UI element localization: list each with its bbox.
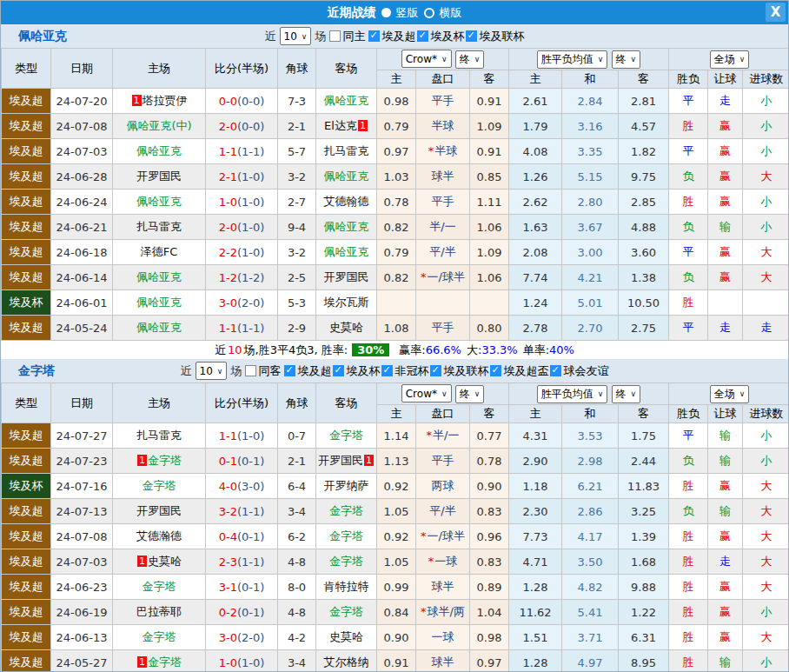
checkbox-icon[interactable]: [381, 365, 393, 376]
checkbox-icon[interactable]: [368, 30, 380, 42]
mean-home-cell: 1.79: [509, 114, 562, 139]
horizontal-layout-radio[interactable]: [424, 8, 434, 18]
sub-handicap: 盘口: [416, 70, 470, 89]
vertical-layout-label[interactable]: 竖版: [396, 5, 419, 21]
odds-away-cell: 0.97: [470, 650, 509, 672]
fulltime-score: 1-1: [219, 429, 237, 442]
score-cell: 0-2(0-1): [206, 600, 278, 625]
result-wdl-cell: 负: [669, 164, 708, 190]
odds-away-cell: 0.90: [470, 474, 509, 499]
star-mark: *: [421, 605, 427, 618]
away-team-cell: 史莫哈: [316, 625, 377, 650]
halftime-score: (1-2): [237, 271, 264, 284]
checkbox-icon[interactable]: [550, 365, 561, 376]
result-wdl-cell: 胜: [669, 524, 708, 549]
handicap-cell: *球半/两: [416, 600, 470, 625]
horizontal-layout-label[interactable]: 横版: [440, 5, 462, 21]
mean-select[interactable]: 胜平负均值∨: [537, 50, 608, 69]
rank-badge: 1: [358, 120, 368, 131]
odds-provider-select[interactable]: Crow*∨: [401, 50, 452, 68]
close-icon[interactable]: X: [766, 3, 786, 22]
home-team-cell: 巴拉蒂耶: [113, 600, 206, 625]
checkbox-icon[interactable]: [333, 365, 344, 376]
handicap-text: 平手: [432, 195, 454, 208]
games-count-select[interactable]: 10∨: [280, 27, 312, 45]
type-cell: 埃及超: [2, 600, 51, 625]
vertical-layout-radio[interactable]: [381, 8, 391, 17]
away-team-cell: 佩哈亚克: [316, 164, 377, 190]
result-goals-cell: 大: [743, 575, 789, 600]
mean-state-select[interactable]: 终∨: [612, 385, 641, 403]
handicap-text: 球半: [432, 170, 454, 183]
league-checkbox[interactable]: 埃及联杯: [466, 29, 524, 44]
mean-home-cell: 4.08: [509, 139, 562, 164]
mean-home-cell: 1.28: [509, 575, 562, 600]
corner-cell: 4-8: [278, 549, 316, 575]
result-wdl-cell: 胜: [669, 600, 708, 625]
checkbox-icon[interactable]: [329, 30, 341, 42]
mean-away-cell: 1.82: [619, 139, 669, 164]
checkbox-icon[interactable]: [430, 365, 441, 376]
league-checkbox[interactable]: 非冠杯: [381, 363, 428, 379]
result-goals-cell: 大: [743, 164, 789, 190]
result-wdl-cell: 平: [669, 423, 708, 449]
games-label: 场: [230, 363, 242, 379]
checkbox-icon[interactable]: [490, 365, 501, 376]
rank-badge: 1: [137, 455, 147, 466]
fulltime-score: 0-2: [219, 606, 237, 619]
odds-away-cell: 0.83: [470, 499, 509, 524]
result-handicap-cell: 赢: [708, 474, 743, 499]
odds-state-select[interactable]: 终∨: [455, 385, 485, 403]
handicap-text: 半球: [432, 119, 454, 132]
sub-wdl: 胜负: [669, 70, 708, 89]
odds-home-cell: 0.97: [377, 139, 416, 164]
mean-home-cell: 1.63: [509, 215, 562, 240]
away-team-cell: 埃尔瓦斯: [316, 290, 377, 316]
match-row: 埃及超24-07-13开罗国民3-2(1-1)3-4金字塔1.05平/半0.83…: [2, 499, 789, 524]
away-team-cell: 佩哈亚克: [316, 240, 377, 265]
odds-home-cell: 0.92: [377, 474, 416, 499]
match-row: 埃及超24-06-21扎马雷克2-0(1-0)9-4佩哈亚克0.82半/一1.0…: [2, 215, 789, 240]
checkbox-icon[interactable]: [284, 365, 295, 376]
fulltime-score: 1-0: [219, 656, 237, 669]
scope-select[interactable]: 全场∨: [710, 50, 750, 69]
checkbox-icon[interactable]: [417, 30, 428, 42]
mean-home-cell: 4.71: [509, 549, 562, 575]
away-team-cell: 开罗国民: [316, 265, 377, 290]
league-checkbox[interactable]: 埃及超: [368, 29, 415, 44]
league-checkbox[interactable]: 埃及杯: [333, 363, 380, 379]
home-team-name: 金字塔: [148, 454, 182, 467]
summary-stats: 赢率:66.6%大:33.3%单率:40%: [394, 343, 574, 358]
checkbox-icon[interactable]: [466, 30, 477, 42]
same-venue-checkbox[interactable]: 同客: [245, 363, 281, 379]
fulltime-score: 3-1: [219, 581, 237, 594]
sub-handicap-result: 让球: [708, 405, 743, 423]
league-checkbox[interactable]: 埃及联杯: [430, 363, 488, 379]
result-goals-cell: 小: [743, 423, 789, 449]
date-cell: 24-07-03: [51, 139, 113, 164]
checkbox-icon[interactable]: [245, 365, 256, 376]
same-venue-checkbox[interactable]: 同主: [329, 29, 365, 44]
odds-provider-select[interactable]: Crow*∨: [401, 384, 452, 403]
halftime-score: (2-0): [237, 631, 264, 644]
mean-state-select[interactable]: 终∨: [612, 50, 641, 69]
mean-draw-cell: 5.15: [562, 164, 619, 190]
away-team-cell: 扎马雷克: [316, 139, 377, 164]
result-goals-cell: [743, 290, 789, 316]
odds-state-select[interactable]: 终∨: [455, 50, 485, 69]
match-row: 埃及超24-07-031史莫哈2-3(1-1)4-8金字塔1.05*一球0.83…: [2, 549, 789, 575]
league-checkbox[interactable]: 球会友谊: [550, 363, 608, 379]
col-date: 日期: [51, 383, 113, 423]
games-count-select[interactable]: 10∨: [196, 362, 228, 380]
score-cell: 4-0(3-0): [206, 474, 278, 499]
scope-select[interactable]: 全场∨: [710, 385, 750, 403]
handicap-cell: 平手: [416, 449, 470, 474]
league-checkbox[interactable]: 埃及杯: [417, 29, 464, 44]
mean-draw-cell: 3.16: [562, 114, 619, 139]
fulltime-score: 1-1: [219, 322, 237, 335]
league-checkbox[interactable]: 埃及超: [284, 363, 331, 379]
sub-wdl: 胜负: [669, 405, 708, 423]
halftime-score: (1-1): [237, 505, 264, 518]
mean-select[interactable]: 胜平负均值∨: [537, 385, 608, 403]
league-checkbox[interactable]: 埃及超盃: [490, 363, 548, 379]
